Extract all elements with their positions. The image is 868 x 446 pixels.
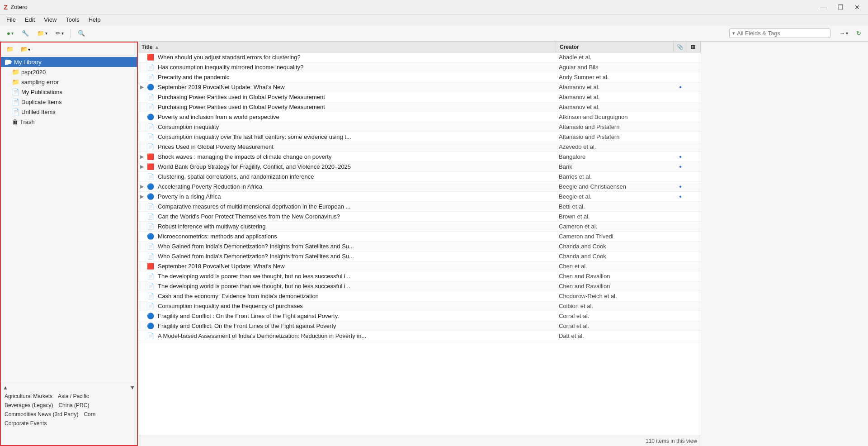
tag-item[interactable]: Beverages (Legacy) [3, 402, 55, 409]
main: ● ▾ 🔧 📁 ▾ ✏ ▾ 🔍 ▾ → ▾ ↻ [0, 25, 868, 446]
new-item-button[interactable]: ● ▾ [4, 28, 17, 38]
menu-tools[interactable]: Tools [61, 15, 84, 24]
paper-icon: 📄 [146, 332, 155, 339]
tag-item[interactable]: China (PRC) [57, 402, 91, 409]
sidebar-item-trash[interactable]: 🗑 Trash [1, 117, 137, 127]
tag-item[interactable]: Commodities News (3rd Party) [3, 411, 80, 418]
list-row[interactable]: ▶🔵Poverty in a rising AfricaBeegle et al… [138, 192, 701, 202]
tag-item[interactable]: Corporate Events [3, 420, 48, 427]
search-button[interactable]: 🔍 [75, 28, 88, 38]
expand-button[interactable]: ▶ [138, 184, 146, 190]
row-attachment-dot: • [674, 83, 687, 91]
list-row[interactable]: 📄Who Gained from India's Demonetization?… [138, 242, 701, 251]
new-item-dropdown-icon: ▾ [11, 31, 14, 36]
list-row[interactable]: 🔵Fragility and Conflict: On the Front Li… [138, 321, 701, 331]
list-row[interactable]: 🔵Poverty and inclusion from a world pers… [138, 112, 701, 122]
nav-forward-button[interactable]: → ▾ [836, 28, 851, 38]
expand-button[interactable]: ▶ [138, 164, 146, 170]
list-row[interactable]: 🟥September 2018 PovcalNet Update: What's… [138, 261, 701, 271]
search-input[interactable] [737, 30, 827, 37]
list-row[interactable]: 📄A Model-based Assessment of India's Dem… [138, 331, 701, 341]
list-row[interactable]: ▶🔵September 2019 PovcalNet Update: What'… [138, 82, 701, 92]
sidebar-item-label: pspr2020 [21, 69, 46, 76]
expand-button[interactable]: ▶ [138, 154, 146, 160]
list-row[interactable]: 🔵Microeconometrics: methods and applicat… [138, 232, 701, 242]
column-header-title[interactable]: Title ▲ [138, 42, 556, 52]
list-row[interactable]: 📄Precarity and the pandemicAndy Sumner e… [138, 72, 701, 82]
list-row[interactable]: 📄Prices Used in Global Poverty Measureme… [138, 142, 701, 152]
content: 📁 📂▾ 📂 My Library 📁 pspr2020 📁 sampling … [0, 42, 868, 446]
sidebar-item-sampling-error[interactable]: 📁 sampling error [1, 77, 137, 87]
row-creator: Beegle and Christiaensen [556, 183, 674, 190]
row-creator: Chanda and Cook [556, 243, 674, 250]
sidebar-item-duplicate-items[interactable]: 📄 Duplicate Items [1, 97, 137, 107]
paper-icon: 📄 [146, 293, 155, 299]
sidebar-item-my-publications[interactable]: 📄 My Publications [1, 87, 137, 97]
row-title: Fragility and Conflict: On the Front Lin… [155, 323, 556, 329]
list-row[interactable]: 📄Consumption inequality and the frequenc… [138, 301, 701, 311]
menu-view[interactable]: View [39, 15, 61, 24]
menu-help[interactable]: Help [84, 15, 105, 24]
expand-button[interactable]: ▶ [138, 194, 146, 199]
list-row[interactable]: ▶🔵Accelerating Poverty Reduction in Afri… [138, 182, 701, 192]
list-row[interactable]: 📄The developing world is poorer than we … [138, 281, 701, 291]
list-row[interactable]: 📄Comparative measures of multidimensiona… [138, 202, 701, 212]
restore-button[interactable]: ❐ [833, 3, 848, 12]
sidebar-item-my-library[interactable]: 📂 My Library [1, 57, 137, 67]
new-collection-button[interactable]: 📁 [4, 44, 16, 54]
annotate-button[interactable]: ✏ ▾ [52, 28, 67, 38]
list-row[interactable]: 📄Consumption inequalityAttanasio and Pis… [138, 122, 701, 132]
tags-scroll-up-button[interactable]: ▲ [3, 384, 8, 391]
paper-icon: 📄 [146, 133, 155, 140]
list-row[interactable]: 📄Consumption inequality over the last ha… [138, 132, 701, 142]
row-attachment-dot: • [674, 193, 687, 201]
list-row[interactable]: 📄Purchasing Power Parities used in Globa… [138, 102, 701, 112]
sidebar-item-unfiled-items[interactable]: 📄 Unfiled Items [1, 107, 137, 117]
list-row[interactable]: 🟥When should you adjust standard errors … [138, 52, 701, 62]
app-title: Zotero [10, 4, 28, 10]
row-creator: Aguiar and Bils [556, 64, 674, 71]
expand-button[interactable]: ▶ [138, 84, 146, 90]
search-dropdown-icon[interactable]: ▾ [732, 30, 737, 36]
folder-open-icon: 📂 [5, 58, 12, 66]
close-button[interactable]: ✕ [850, 3, 864, 12]
title-label: Title [142, 44, 152, 50]
column-header-creator[interactable]: Creator [556, 42, 674, 52]
column-header-open[interactable]: ⊞ [687, 42, 701, 52]
row-title: Who Gained from India's Demonetization? … [155, 253, 556, 260]
tag-panel-scroll-up[interactable]: ▲ [3, 384, 8, 391]
row-creator: Atkinson and Bourguignon [556, 114, 674, 120]
list-row[interactable]: 📄Purchasing Power Parities used in Globa… [138, 92, 701, 102]
tags-scroll-down-button[interactable]: ▼ [130, 384, 135, 391]
report-icon: 🟥 [146, 153, 155, 160]
trash-icon: 🗑 [12, 118, 18, 125]
paper-icon: 📄 [146, 243, 155, 250]
tag-item[interactable]: Agricultural Markets [3, 393, 54, 400]
new-folder-button[interactable]: 📂▾ [18, 44, 33, 54]
minimize-button[interactable]: — [816, 3, 831, 12]
menu-edit[interactable]: Edit [20, 15, 39, 24]
list-row[interactable]: 🔵Fragility and Conflict : On the Front L… [138, 311, 701, 321]
list-header: Title ▲ Creator 📎 ⊞ [138, 42, 701, 52]
list-row[interactable]: 📄Clustering, spatial correlations, and r… [138, 172, 701, 182]
publications-icon: 📄 [12, 88, 19, 95]
list-row[interactable]: ▶🟥World Bank Group Strategy for Fragilit… [138, 162, 701, 172]
sync-button[interactable]: ↻ [853, 28, 864, 38]
list-row[interactable]: 📄Can the World's Poor Protect Themselves… [138, 212, 701, 222]
tag-panel-scroll-down[interactable]: ▼ [130, 384, 135, 391]
list-row[interactable]: 📄Robust inference with multiway clusteri… [138, 222, 701, 232]
tag-item[interactable]: Asia / Pacific [56, 393, 91, 400]
menu-file[interactable]: File [2, 15, 20, 24]
column-header-attach[interactable]: 📎 [674, 42, 687, 52]
list-row[interactable]: 📄Has consumption inequality mirrored inc… [138, 62, 701, 72]
row-title: Can the World's Poor Protect Themselves … [155, 213, 556, 220]
sidebar-item-pspr2020[interactable]: 📁 pspr2020 [1, 67, 137, 77]
list-row[interactable]: 📄Who Gained from India's Demonetization?… [138, 251, 701, 261]
tag-item[interactable]: Corn [82, 411, 97, 418]
list-row[interactable]: ▶🟥Shock waves : managing the impacts of … [138, 152, 701, 162]
add-attachment-button[interactable]: 📁 ▾ [34, 28, 51, 38]
list-row[interactable]: 📄Cash and the economy: Evidence from ind… [138, 291, 701, 301]
sidebar-tree: 📂 My Library 📁 pspr2020 📁 sampling error… [1, 56, 137, 382]
list-row[interactable]: 📄The developing world is poorer than we … [138, 271, 701, 281]
locate-button[interactable]: 🔧 [19, 28, 32, 38]
